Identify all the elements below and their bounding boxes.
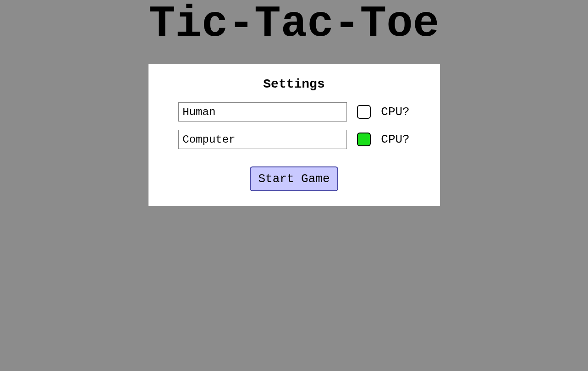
player2-cpu-checkbox[interactable] <box>357 133 371 146</box>
settings-modal: Settings CPU? CPU? Start Game <box>148 64 440 206</box>
player1-name-input[interactable] <box>178 102 347 122</box>
player2-cpu-label: CPU? <box>381 133 409 146</box>
player1-cpu-label: CPU? <box>381 105 409 119</box>
player1-row: CPU? <box>178 102 409 122</box>
modal-overlay[interactable]: Settings CPU? CPU? Start Game <box>0 0 588 371</box>
player1-cpu-checkbox[interactable] <box>357 105 371 119</box>
modal-title: Settings <box>263 77 324 91</box>
player2-row: CPU? <box>178 130 409 149</box>
start-game-button[interactable]: Start Game <box>250 166 338 191</box>
player2-name-input[interactable] <box>178 130 347 149</box>
